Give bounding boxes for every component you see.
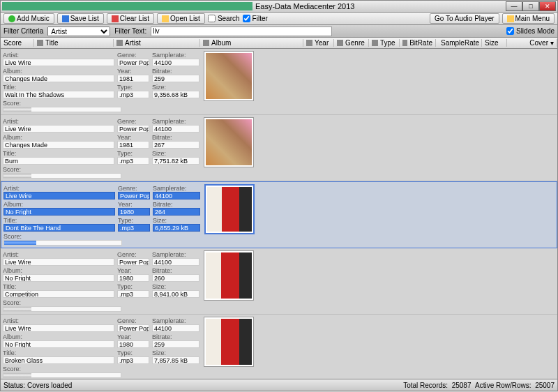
samplerate-value: 44100 [152,324,199,332]
artist-value: Live Wire [3,324,114,332]
size-label: Size: [152,349,199,356]
tag-icon [337,40,343,46]
album-label: Album: [3,67,114,75]
genre-label: Genre: [117,250,149,258]
genre-value: Power Pop [117,59,149,66]
active-rows-label: Active Row/Rows: [475,382,531,389]
year-value: 1980 [117,340,149,348]
bitrate-value: 259 [152,75,199,82]
samplerate-label: Samplerate: [152,117,199,125]
type-label: Type: [117,83,149,91]
filter-text-input[interactable] [151,27,332,36]
minimize-button[interactable]: — [506,1,522,11]
title-value: Burn [3,157,114,165]
year-value: 1980 [117,274,149,282]
album-cover [204,250,254,301]
header-bitrate[interactable]: BitRate [400,39,436,47]
header-type[interactable]: Type [369,39,400,47]
header-album[interactable]: Album [200,39,303,47]
samplerate-label: Samplerate: [152,250,199,258]
header-score[interactable]: Score [1,39,34,47]
score-bar [3,372,121,378]
filter-criteria-label: Filter Criteria [3,27,43,35]
filter-criteria-select[interactable]: Artist [47,27,110,36]
album-cover [204,51,254,101]
doc-icon [37,40,43,46]
add-music-button[interactable]: Add Music [3,13,54,24]
save-list-button[interactable]: Save List [57,13,104,24]
filter-checkbox[interactable]: Filter [243,15,268,22]
chevron-down-icon: ▾ [550,39,554,47]
track-row[interactable]: Artist:Genre:Samplerate:Live WirePower P… [1,115,557,181]
filter-row: Filter Criteria Artist Filter Text: Slid… [0,25,558,38]
track-row[interactable]: Artist:Genre:Samplerate:Live WirePower P… [1,49,557,115]
add-icon [8,15,15,22]
bitrate-label: Bitrate: [153,200,200,208]
album-label: Album: [3,333,114,340]
bitrate-icon [402,40,407,46]
album-cover [204,184,255,234]
header-samplerate[interactable]: SampleRate [436,39,482,47]
size-value: 8,941.00 kB [152,290,199,298]
album-label: Album: [3,200,115,208]
title-label: Title: [3,83,114,91]
total-records-value: 25087 [452,382,472,389]
size-label: Size: [152,282,199,290]
goto-audio-player-button[interactable]: Go To Audio Player [430,13,499,24]
menu-icon [507,15,514,22]
score-label: Score: [3,99,199,107]
year-label: Year: [117,133,149,141]
track-list[interactable]: Artist:Genre:Samplerate:Live WirePower P… [0,49,558,379]
artist-label: Artist: [3,317,114,324]
title-value: Broken Glass [3,356,114,364]
artist-label: Artist: [3,117,114,125]
track-row[interactable]: Artist:Genre:Samplerate:Live WirePower P… [1,248,557,315]
header-genre[interactable]: Genre [334,39,369,47]
size-label: Size: [153,216,200,224]
album-label: Album: [3,266,114,274]
bitrate-label: Bitrate: [152,266,199,274]
samplerate-label: Samplerate: [152,317,199,324]
bitrate-label: Bitrate: [152,333,199,340]
album-value: No Fright [3,208,115,216]
genre-label: Genre: [117,317,149,324]
maximize-button[interactable]: □ [522,1,539,11]
open-list-button[interactable]: Open List [157,13,205,24]
size-label: Size: [152,83,199,91]
header-title[interactable]: Title [34,39,114,47]
score-label: Score: [3,299,199,306]
track-row[interactable]: Artist:Genre:Samplerate:Live WirePower P… [1,181,557,248]
column-headers: Score Title Artist Album Year Genre Type… [0,38,558,49]
header-cover[interactable]: Cover ▾ [507,39,557,47]
slides-mode-checkbox[interactable]: Slides Mode [506,27,555,35]
header-size[interactable]: Size [482,39,507,47]
genre-value: Power Pop [117,324,149,332]
header-year[interactable]: Year [303,39,334,47]
album-value: Changes Made [3,75,114,82]
title-value: Competition [3,290,114,298]
bitrate-label: Bitrate: [152,133,199,141]
samplerate-value: 44100 [152,258,199,266]
close-button[interactable]: ✕ [539,1,556,11]
main-menu-button[interactable]: Main Menu [502,13,555,24]
year-value: 1981 [117,141,149,149]
artist-value: Live Wire [3,192,115,199]
header-artist[interactable]: Artist [114,39,200,47]
status-text: Status: Covers loaded [3,382,72,389]
samplerate-value: 44100 [152,59,199,66]
samplerate-label: Samplerate: [153,184,200,192]
calendar-icon [306,40,312,46]
filter-text-label: Filter Text: [114,27,146,35]
score-bar [3,173,121,179]
artist-label: Artist: [3,250,114,258]
status-bar: Status: Covers loaded Total Records: 250… [0,379,558,391]
genre-label: Genre: [117,51,149,59]
score-bar [3,107,121,112]
active-rows-value: 25007 [535,382,555,389]
search-checkbox[interactable]: Search [208,15,240,22]
track-row[interactable]: Artist:Genre:Samplerate:Live WirePower P… [1,315,557,379]
title-label: Title: [3,282,114,290]
score-bar [3,306,121,312]
open-icon [162,15,169,22]
clear-list-button[interactable]: Clear List [107,13,154,24]
